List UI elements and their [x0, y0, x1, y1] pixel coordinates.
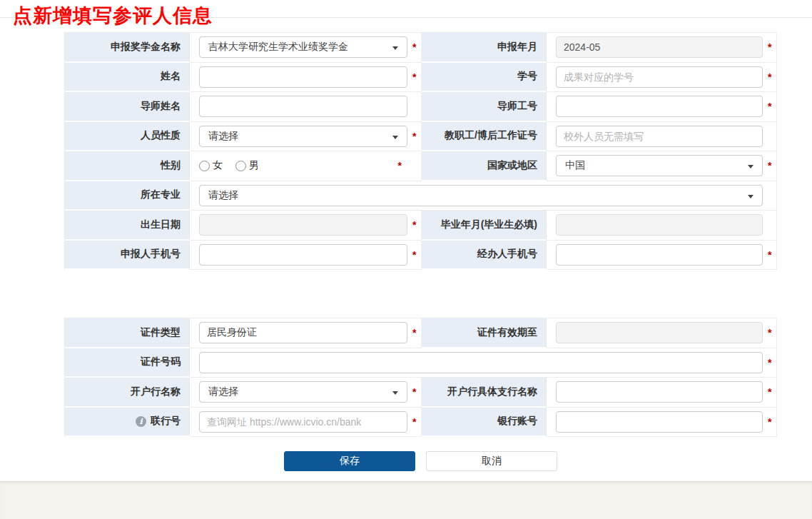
country-select[interactable]: 中国: [556, 155, 763, 176]
table-row: 开户行名称 请选择 * 开户行具体支行名称 *: [65, 378, 776, 408]
table-row: 出生日期 * 毕业年月(毕业生必填): [65, 211, 776, 241]
staff-id-field: [556, 126, 763, 147]
scholarship-name-select[interactable]: 吉林大学研究生学术业绩奖学金: [199, 36, 407, 58]
bank-name-value: 请选择: [208, 386, 238, 398]
advisor-id-label: 导师工号: [422, 92, 547, 122]
personnel-type-label: 人员性质: [65, 122, 190, 152]
bank-account-field: [556, 411, 763, 433]
staff-id-input[interactable]: [557, 126, 762, 146]
apply-month-field: [556, 36, 763, 58]
applicant-phone-field: [199, 244, 407, 266]
birth-date-label: 出生日期: [65, 211, 190, 241]
radio-circle-icon: [199, 161, 210, 171]
handler-phone-label: 经办人手机号: [422, 241, 547, 271]
gender-option-label: 女: [213, 159, 223, 172]
required-marker: *: [768, 357, 771, 368]
id-number-field: [199, 352, 763, 373]
form-actions: 保存 取消: [64, 451, 777, 471]
required-marker: *: [412, 219, 416, 231]
gender-radio-female[interactable]: 女: [199, 159, 223, 172]
advisor-id-field: [556, 96, 763, 117]
cancel-button[interactable]: 取消: [426, 451, 557, 471]
scholarship-name-value: 吉林大学研究生学术业绩奖学金: [208, 41, 348, 54]
required-marker: *: [412, 41, 416, 53]
chevron-down-icon: [392, 391, 398, 395]
apply-month-label: 申报年月: [422, 33, 547, 63]
id-type-input[interactable]: [200, 323, 407, 343]
personnel-type-value: 请选择: [208, 130, 238, 143]
table-row: 人员性质 请选择 * 教职工/博后工作证号: [65, 122, 776, 152]
page-footer: [0, 481, 812, 519]
birth-date-field: [199, 214, 407, 236]
staff-id-label: 教职工/博后工作证号: [422, 122, 547, 152]
bank-account-input[interactable]: [557, 412, 762, 432]
bank-info-table: 证件类型 * 证件有效期至 * 证件号码 *: [64, 318, 777, 437]
graduation-month-input[interactable]: [557, 215, 762, 235]
bank-name-label: 开户行名称: [65, 378, 190, 408]
handler-phone-field: [556, 244, 763, 266]
applicant-phone-input[interactable]: [200, 245, 407, 265]
required-marker: *: [768, 71, 771, 83]
handler-phone-input[interactable]: [557, 245, 762, 265]
required-marker: *: [768, 41, 771, 53]
required-marker: *: [412, 71, 416, 83]
student-id-input[interactable]: [557, 67, 762, 87]
name-field: [199, 66, 407, 88]
required-marker: *: [768, 101, 771, 112]
bank-code-input[interactable]: [200, 412, 407, 432]
bank-name-select[interactable]: 请选择: [199, 381, 407, 403]
required-marker: *: [768, 160, 771, 171]
chevron-down-icon: [748, 195, 753, 198]
id-expiry-input[interactable]: [557, 323, 762, 343]
major-label: 所在专业: [65, 181, 190, 211]
required-marker: *: [768, 386, 771, 398]
red-annotation-text: 点新增填写参评人信息: [13, 3, 213, 29]
bank-branch-input[interactable]: [557, 382, 762, 402]
country-label: 国家或地区: [422, 151, 547, 181]
name-input[interactable]: [200, 67, 407, 87]
required-marker: *: [412, 327, 416, 338]
chevron-down-icon: [392, 46, 398, 50]
country-value: 中国: [565, 159, 585, 172]
info-icon[interactable]: i: [136, 416, 146, 427]
chevron-down-icon: [748, 165, 753, 168]
bank-code-label-text: 联行号: [151, 415, 181, 428]
bank-branch-field: [556, 381, 763, 403]
graduation-month-field: [556, 214, 763, 236]
id-number-label: 证件号码: [65, 348, 190, 378]
gender-radio-male[interactable]: 男: [235, 159, 259, 172]
required-marker: *: [412, 131, 416, 142]
advisor-name-input[interactable]: [200, 96, 407, 116]
id-type-field: [199, 322, 407, 343]
advisor-id-input[interactable]: [557, 96, 762, 116]
birth-date-input[interactable]: [200, 215, 407, 235]
personnel-type-select[interactable]: 请选择: [199, 126, 407, 147]
bank-account-label: 银行账号: [422, 408, 547, 438]
apply-month-input[interactable]: [557, 37, 762, 57]
table-row: 证件号码 *: [65, 348, 776, 378]
major-select[interactable]: 请选择: [199, 185, 763, 206]
id-number-input[interactable]: [200, 353, 762, 373]
student-id-field: [556, 66, 763, 88]
id-expiry-field: [556, 322, 763, 343]
save-button[interactable]: 保存: [284, 451, 415, 471]
advisor-name-label: 导师姓名: [65, 92, 190, 122]
required-marker: *: [768, 327, 771, 338]
table-row: 证件类型 * 证件有效期至 *: [65, 318, 776, 348]
required-marker: *: [412, 416, 416, 428]
required-marker: *: [768, 249, 771, 261]
evaluator-info-form-page: 点新增填写参评人信息 申报奖学金名称 吉林大学研究生学术业绩奖学金 * 申报年月…: [0, 0, 812, 519]
id-expiry-label: 证件有效期至: [422, 318, 547, 348]
gender-option-label: 男: [249, 159, 259, 172]
table-row: 姓名 * 学号 *: [65, 63, 776, 93]
id-type-label: 证件类型: [65, 318, 190, 348]
graduation-month-label: 毕业年月(毕业生必填): [422, 211, 547, 241]
applicant-info-table: 申报奖学金名称 吉林大学研究生学术业绩奖学金 * 申报年月 * 姓名: [64, 32, 777, 270]
student-id-label: 学号: [422, 63, 547, 93]
bank-code-field: [199, 411, 407, 433]
radio-circle-icon: [235, 161, 246, 171]
bank-branch-label: 开户行具体支行名称: [422, 378, 547, 408]
major-value: 请选择: [208, 189, 238, 202]
scholarship-name-label: 申报奖学金名称: [65, 33, 190, 63]
required-marker: *: [412, 249, 416, 261]
